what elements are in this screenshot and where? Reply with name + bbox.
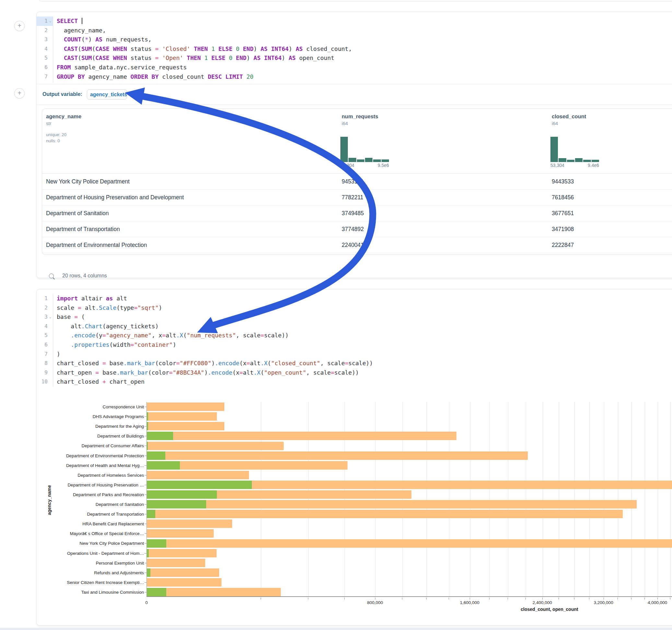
x-axis-tick	[574, 598, 574, 600]
code-token: base	[106, 360, 123, 366]
table-row[interactable]: Department of Transportation377489234719…	[42, 221, 672, 237]
column-header-closed_count[interactable]: closed_counti64	[552, 109, 586, 126]
gridline	[589, 402, 590, 596]
code-text[interactable]: .properties(width="container")	[53, 340, 176, 350]
code-line[interactable]: 2scale = alt.Scale(type="sqrt")	[37, 303, 672, 313]
gridline	[670, 402, 671, 596]
y-axis-tick	[145, 445, 146, 446]
output-variable-pill[interactable]: agency_tickets	[87, 90, 127, 99]
code-token: 1	[211, 45, 215, 52]
code-token: chart_closed	[57, 360, 102, 366]
add-cell-button[interactable]: +	[14, 21, 25, 31]
code-line[interactable]: 1⌄SELECT	[37, 17, 672, 26]
code-fold-chevron-icon[interactable]: ⌄	[48, 17, 53, 26]
code-token: WHEN	[113, 45, 127, 52]
code-line[interactable]: 10chart_closed + chart_open	[37, 377, 672, 387]
code-token: CAST	[64, 54, 78, 61]
bar-open_count	[147, 549, 149, 557]
column-histogram	[340, 137, 389, 162]
code-token: )	[57, 350, 60, 358]
histogram-range-labels: 53,3049.5e6	[340, 163, 389, 168]
code-text[interactable]: import altair as alt	[53, 294, 127, 303]
code-text[interactable]: chart_open = base.mark_bar(color="#8BC34…	[53, 368, 359, 378]
code-line[interactable]: 5 .encode(y="agency_name", x=alt.X("num_…	[37, 331, 672, 340]
code-text[interactable]: .encode(y="agency_name", x=alt.X("num_re…	[53, 331, 289, 340]
add-block-button[interactable]: +	[14, 88, 25, 98]
python-code-editor[interactable]: 1import altair as alt2scale = alt.Scale(…	[37, 294, 672, 387]
code-line[interactable]: 7)	[37, 350, 672, 359]
code-text[interactable]: FROM sample_data.nyc.service_requests	[53, 63, 187, 72]
sql-code-editor[interactable]: 1⌄SELECT 2 agency_name,3 COUNT(*) AS num…	[37, 17, 672, 81]
line-number: 4	[37, 44, 48, 54]
code-token: alt	[250, 360, 261, 366]
code-line[interactable]: 4 alt.Chart(agency_tickets)	[37, 322, 672, 331]
code-token	[267, 45, 271, 52]
dataframe-preview-table: agency_namestrunique: 20nulls: 0num_requ…	[42, 108, 672, 255]
line-number: 5	[37, 331, 48, 340]
column-name: num_requests	[342, 109, 378, 120]
code-text[interactable]: CAST(SUM(CASE WHEN status = 'Closed' THE…	[53, 44, 352, 54]
bar-open_count	[147, 588, 166, 596]
code-line[interactable]: 6FROM sample_data.nyc.service_requests	[37, 63, 672, 72]
line-number: 6	[37, 63, 48, 72]
column-header-num_requests[interactable]: num_requestsi64	[342, 109, 378, 126]
code-text[interactable]: scale = alt.Scale(type="sqrt")	[53, 303, 162, 313]
bar-closed_count	[147, 500, 637, 508]
code-token	[57, 45, 64, 52]
y-axis-tick	[145, 524, 146, 524]
code-line[interactable]: 8chart_closed = base.mark_bar(color="#FF…	[37, 359, 672, 368]
code-token: scale	[57, 304, 78, 311]
code-text[interactable]: alt.Chart(agency_tickets)	[53, 322, 159, 331]
search-icon[interactable]	[49, 273, 54, 278]
code-fold-chevron-icon[interactable]: ⌄	[48, 312, 53, 322]
table-row[interactable]: New York City Police Department945313194…	[42, 174, 672, 190]
column-header-agency_name[interactable]: agency_namestr	[46, 109, 81, 126]
code-line[interactable]: 4 CAST(SUM(CASE WHEN status = 'Closed' T…	[37, 44, 672, 54]
line-number-gutter: 1	[37, 294, 53, 303]
line-number: 2	[37, 303, 48, 313]
table-cell: Department of Environmental Protection	[46, 237, 147, 253]
gridline	[559, 402, 559, 596]
code-token: END	[236, 54, 247, 61]
code-text[interactable]: GROUP BY agency_name ORDER BY closed_cou…	[53, 72, 254, 82]
table-row[interactable]: Department of Housing Preservation and D…	[42, 190, 672, 205]
code-token: , scale	[306, 369, 331, 376]
chart-plot-area	[146, 402, 672, 597]
text-cursor	[82, 18, 82, 24]
code-token: (width	[110, 341, 130, 348]
code-text[interactable]: chart_closed = base.mark_bar(color="#FFC…	[53, 359, 373, 368]
line-number: 1	[37, 294, 48, 303]
code-line[interactable]: 6 .properties(width="container")	[37, 340, 672, 350]
x-tick-label: 3,200,000	[594, 600, 613, 605]
x-axis-tick	[402, 598, 402, 600]
code-line[interactable]: 1import altair as alt	[37, 294, 672, 303]
gridline	[344, 402, 345, 596]
table-header: agency_namestrunique: 20nulls: 0num_requ…	[42, 109, 672, 174]
table-row[interactable]: Department of Sanitation37494853677651	[42, 205, 672, 221]
code-text[interactable]: chart_closed + chart_open	[53, 377, 145, 387]
code-line[interactable]: 3 COUNT(*) AS num_requests,	[37, 35, 672, 44]
code-token: base	[99, 369, 116, 376]
code-text[interactable]: )	[53, 350, 60, 359]
code-line[interactable]: 9chart_open = base.mark_bar(color="#8BC3…	[37, 368, 672, 378]
code-text[interactable]: agency_name,	[53, 26, 106, 35]
table-cell: 9443533	[552, 174, 574, 190]
fold-spacer	[48, 350, 53, 359]
code-text[interactable]: SELECT	[53, 17, 82, 26]
line-number-gutter: 4	[37, 322, 53, 331]
code-line[interactable]: 3⌄base = (	[37, 312, 672, 322]
column-type: str	[46, 120, 81, 126]
code-line[interactable]: 2 agency_name,	[37, 26, 672, 35]
line-number-gutter: 5	[37, 331, 53, 340]
code-line[interactable]: 5 CAST(SUM(CASE WHEN status = 'Open' THE…	[37, 53, 672, 63]
code-text[interactable]: base = (	[53, 312, 85, 322]
code-line[interactable]: 7GROUP BY agency_name ORDER BY closed_co…	[37, 72, 672, 82]
code-text[interactable]: COUNT(*) AS num_requests,	[53, 35, 152, 44]
code-token: =	[176, 360, 180, 366]
code-text[interactable]: CAST(SUM(CASE WHEN status = 'Open' THEN …	[53, 53, 334, 63]
gridline	[489, 402, 490, 596]
code-token: .X	[254, 369, 261, 376]
code-token	[159, 54, 162, 61]
table-row[interactable]: Department of Environmental Protection22…	[42, 237, 672, 253]
bar-closed_count	[147, 442, 284, 450]
